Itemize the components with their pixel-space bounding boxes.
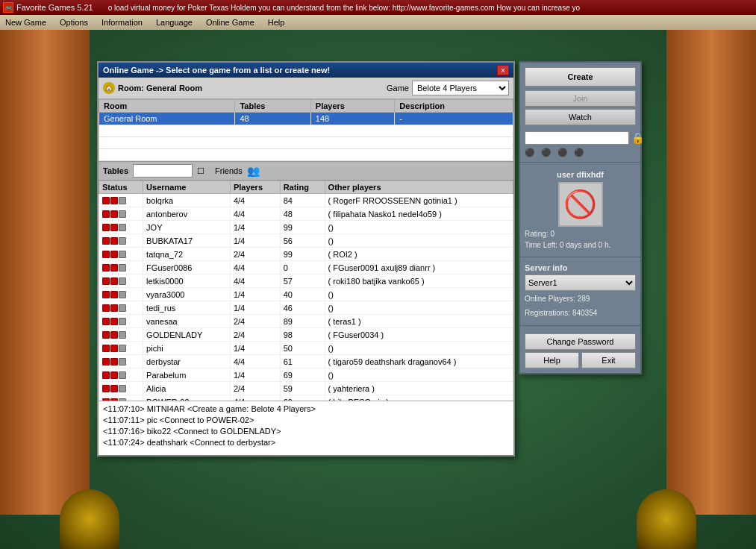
left-lamp [60, 489, 119, 549]
table-cell-players: 1/4 [230, 342, 280, 355]
panel-buttons: Create Join Watch [520, 63, 640, 130]
table-cell-rating: 40 [280, 288, 325, 301]
menu-language[interactable]: Language [154, 17, 195, 28]
menu-help[interactable]: Help [266, 17, 287, 28]
status-dot-red [102, 318, 110, 325]
status-dot-gray [119, 318, 126, 325]
exit-button[interactable]: Exit [581, 352, 636, 368]
table-cell-username: pichi [143, 342, 231, 355]
status-dot-red [102, 304, 110, 312]
chat-line: <11:07:10> MITNI4AR <Create a game: Belo… [103, 404, 509, 415]
menu-options[interactable]: Options [57, 17, 90, 28]
table-cell-rating: 57 [280, 274, 325, 288]
table-row[interactable]: GOLDENLADY2/498( FGuser0034 ) [99, 328, 513, 342]
menu-new-game[interactable]: New Game [3, 17, 49, 28]
table-row[interactable]: vanesaa2/489( teras1 ) [99, 315, 513, 328]
radio2: ⚫ [541, 148, 552, 157]
status-dot-gray [119, 237, 126, 245]
table-row[interactable]: letkis00004/457( roki180 batjika vanko65… [99, 274, 513, 288]
table-cell-status [99, 234, 143, 248]
radio1: ⚫ [525, 148, 535, 157]
table-row[interactable]: tedi_rus1/446() [99, 301, 513, 315]
table-cell-rating: 48 [280, 207, 325, 221]
table-cell-username: vanesaa [143, 315, 231, 328]
table-cell-other: ( ROI2 ) [325, 248, 513, 261]
table-cell-status [99, 261, 143, 274]
menu-online-game[interactable]: Online Game [204, 17, 257, 28]
table-row[interactable]: antonberov4/448( filipahata Nasko1 nedel… [99, 207, 513, 221]
tables-list: Status Username Players Rating Other pla… [99, 181, 513, 401]
table-cell-rating: 59 [280, 382, 325, 395]
menu-information[interactable]: Information [99, 17, 145, 28]
table-row[interactable]: BUBKATA171/456() [99, 234, 513, 248]
status-dot-gray [119, 358, 126, 366]
status-dot-red [102, 264, 110, 272]
table-cell-other: ( bila BESO pic ) [325, 395, 513, 401]
table-cell-other: ( teras1 ) [325, 315, 513, 328]
online-players: Online Players: 289 [525, 293, 636, 305]
status-dot-gray [119, 264, 126, 272]
game-dropdown[interactable]: Belote 4 Players Belote 2 Players Poker … [412, 81, 509, 95]
table-row[interactable]: Parabelum1/469() [99, 368, 513, 382]
table-cell-rating: 69 [280, 368, 325, 382]
tables-col-status: Status [99, 181, 143, 194]
table-cell-status [99, 315, 143, 328]
table-cell-other: ( FGuser0034 ) [325, 328, 513, 342]
status-dot-red2 [110, 197, 118, 204]
tables-col-players: Players [230, 181, 280, 194]
password-input[interactable] [525, 131, 629, 145]
rooms-col-room: Room [99, 100, 235, 113]
table-cell-rating: 56 [280, 234, 325, 248]
table-row[interactable]: POWER-024/469( bila BESO pic ) [99, 395, 513, 401]
table-cell-status [99, 342, 143, 355]
table-cell-status [99, 382, 143, 395]
watch-button[interactable]: Watch [525, 109, 636, 125]
user-label: user dfixhdf [525, 170, 636, 179]
table-cell-status [99, 221, 143, 234]
lock-icon: 🔒 [631, 132, 644, 144]
status-dot-red [102, 385, 110, 392]
status-dot-red [102, 210, 110, 218]
server-select[interactable]: Server1 Server2 [525, 274, 636, 291]
change-password-button[interactable]: Change Password [525, 333, 636, 350]
table-cell-rating: 84 [280, 194, 325, 207]
table-row[interactable]: vyara30001/440() [99, 288, 513, 301]
title-bar: 🎮 Favorite Games 5.21 o load virtual mon… [0, 0, 756, 15]
table-cell-players: 1/4 [230, 288, 280, 301]
room-row[interactable]: General Room 48 148 - [99, 113, 513, 125]
tables-list-wrap[interactable]: Status Username Players Rating Other pla… [99, 181, 513, 401]
table-row[interactable]: JOY1/499() [99, 221, 513, 234]
status-dot-red [102, 398, 110, 401]
join-button[interactable]: Join [525, 90, 636, 107]
table-cell-other: ( roki180 batjika vanko65 ) [325, 274, 513, 288]
game-label: Game [387, 84, 409, 92]
status-dot-red [102, 251, 110, 258]
room-cell-name: General Room [99, 113, 235, 125]
tables-search-input[interactable] [133, 164, 193, 178]
table-cell-other: () [325, 301, 513, 315]
status-dot-red2 [110, 237, 118, 245]
table-row[interactable]: FGuser00864/40( FGuser0091 axulj89 dianr… [99, 261, 513, 274]
radio-row: ⚫ ⚫ ⚫ ⚫ [520, 146, 640, 159]
dialog-close-button[interactable]: × [497, 65, 509, 75]
table-cell-username: JOY [143, 221, 231, 234]
table-row[interactable]: pichi1/450() [99, 342, 513, 355]
chat-line: <11:07:16> biko22 <Connect to GOLDENLADY… [103, 426, 509, 437]
table-cell-username: bolqrka [143, 194, 231, 207]
table-row[interactable]: derbystar4/461( tigaro59 deathshark drag… [99, 355, 513, 368]
table-row[interactable]: bolqrka4/484( RogerF RROOSSEENN gotinia1… [99, 194, 513, 207]
table-cell-other: () [325, 234, 513, 248]
table-cell-rating: 98 [280, 328, 325, 342]
help-button[interactable]: Help [525, 352, 579, 368]
table-row[interactable]: tatqna_722/499( ROI2 ) [99, 248, 513, 261]
create-button[interactable]: Create [525, 67, 636, 87]
table-cell-players: 2/4 [230, 328, 280, 342]
status-dot-red2 [110, 291, 118, 298]
room-row-empty1 [99, 125, 513, 137]
chat-log[interactable]: <11:07:10> MITNI4AR <Create a game: Belo… [99, 401, 513, 455]
table-cell-username: FGuser0086 [143, 261, 231, 274]
table-row[interactable]: Alicia2/459( yahteriera ) [99, 382, 513, 395]
table-cell-username: GOLDENLADY [143, 328, 231, 342]
table-cell-rating: 46 [280, 301, 325, 315]
table-cell-other: () [325, 368, 513, 382]
